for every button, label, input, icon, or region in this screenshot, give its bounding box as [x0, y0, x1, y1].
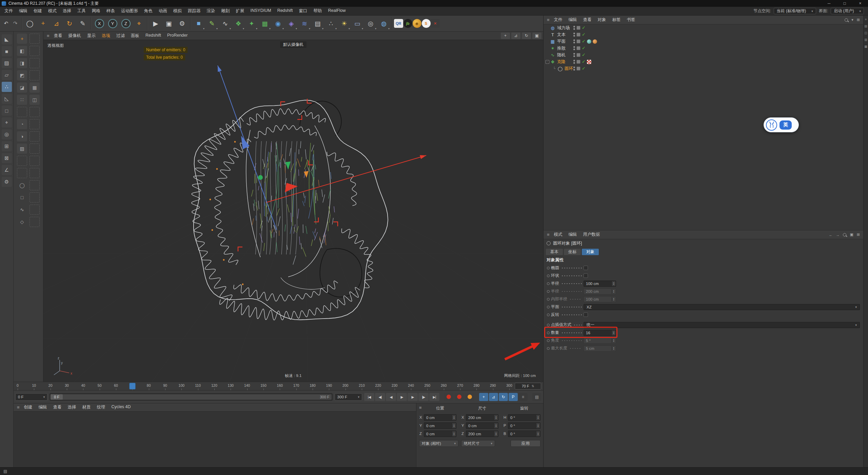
close-button[interactable]: ×: [852, 0, 868, 7]
menu-item-3[interactable]: 模式: [45, 8, 60, 14]
object-name[interactable]: 推散: [557, 45, 566, 51]
light-object[interactable]: ☀▾: [338, 17, 351, 30]
visibility-dots-icon[interactable]: [573, 53, 575, 57]
object-row[interactable]: T文本✓: [544, 31, 863, 38]
key-rotation-toggle[interactable]: ↻: [499, 393, 508, 401]
grid-array-object[interactable]: ▤▾: [311, 17, 324, 30]
layer-chip-icon[interactable]: [576, 53, 580, 57]
palette-slot[interactable]: [29, 192, 40, 203]
palette-slot[interactable]: ◯: [17, 180, 27, 190]
palette-slot[interactable]: ∿: [17, 205, 27, 215]
particles-object[interactable]: ∴▾: [324, 17, 337, 30]
object-name[interactable]: 克隆: [557, 59, 566, 65]
material-menu-5[interactable]: 纹理: [94, 404, 108, 410]
palette-slot[interactable]: [29, 205, 40, 215]
palette-slot[interactable]: [29, 70, 40, 80]
stepper-icon[interactable]: ▴▾: [536, 415, 540, 420]
layout-icon[interactable]: ⊞: [857, 232, 860, 237]
workplane-mode[interactable]: ▱: [2, 70, 12, 80]
sky-object[interactable]: ◍▾: [377, 17, 390, 30]
mograph-cloner[interactable]: ❖▾: [232, 17, 245, 30]
viewport-menu-3[interactable]: 选项: [99, 33, 113, 39]
object-row[interactable]: ▦平面✓: [544, 38, 863, 45]
object-manager-menu-3[interactable]: 对象: [595, 17, 609, 23]
menu-item-17[interactable]: Redshift: [274, 8, 296, 13]
play-button[interactable]: ▶: [397, 393, 407, 401]
palette-slot[interactable]: [29, 180, 40, 190]
menu-item-11[interactable]: 模拟: [170, 8, 185, 14]
viewport-menu-7[interactable]: ProRender: [164, 33, 191, 39]
last-tool[interactable]: ✎: [76, 17, 89, 30]
enabled-check-icon[interactable]: ✓: [582, 66, 586, 71]
viewport-canvas[interactable]: 透视视图 默认摄像机 Number of emitters: 0 Total l…: [43, 40, 543, 382]
timeline-range-slider[interactable]: 0 F 300 F: [50, 393, 332, 401]
prev-key-button[interactable]: ◀|: [375, 393, 385, 401]
menu-item-20[interactable]: RealFlow: [325, 8, 349, 13]
attribute-menu-2[interactable]: 用户数据: [580, 232, 603, 238]
current-frame-field[interactable]: 70 F⇅: [515, 383, 541, 390]
goto-start-button[interactable]: |◀: [364, 393, 374, 401]
menu-item-2[interactable]: 创建: [31, 8, 45, 14]
dropdown-select[interactable]: 统一▾: [584, 322, 860, 328]
visibility-dots-icon[interactable]: [573, 33, 575, 37]
menu-item-7[interactable]: 样条: [103, 8, 118, 14]
menu-item-5[interactable]: 工具: [74, 8, 89, 14]
next-frame-button[interactable]: ▶: [408, 393, 418, 401]
rotate-tool[interactable]: ↻: [63, 17, 76, 30]
stepper-icon[interactable]: ▴▾: [494, 415, 498, 420]
visibility-dots-icon[interactable]: [573, 39, 575, 43]
layout-tab-icon-1[interactable]: ▤: [864, 24, 867, 28]
material-menu-1[interactable]: 编辑: [36, 404, 50, 410]
keyframe-dot-icon[interactable]: [547, 267, 550, 269]
keyframe-dot-icon[interactable]: [547, 331, 550, 334]
enabled-check-icon[interactable]: ✓: [582, 53, 586, 57]
timeline-ruler[interactable]: 0102030405060708090100110120130140150160…: [14, 382, 543, 391]
palette-slot[interactable]: ◑: [17, 131, 27, 141]
simulate-object[interactable]: ≋▾: [298, 17, 311, 30]
palette-slot[interactable]: [29, 119, 40, 129]
layer-chip-icon[interactable]: [576, 26, 580, 30]
field-object[interactable]: ✦▾: [245, 17, 258, 30]
layer-chip-icon[interactable]: [576, 33, 580, 37]
render-view[interactable]: ▶: [149, 17, 162, 30]
palette-slot[interactable]: ◔: [17, 119, 27, 129]
stepper-icon[interactable]: ▴▾: [612, 330, 615, 335]
layout-tab-icon-3[interactable]: ▥: [864, 38, 867, 41]
palette-slot[interactable]: [29, 46, 40, 56]
workplane-lock[interactable]: ⊠: [2, 153, 12, 163]
pen-tool[interactable]: ✎▾: [205, 17, 218, 30]
minimize-button[interactable]: ─: [821, 0, 837, 7]
keyframe-dot-icon[interactable]: [547, 339, 550, 342]
next-key-button[interactable]: |▶: [418, 393, 429, 401]
history-back-icon[interactable]: ←: [829, 233, 832, 237]
menu-item-1[interactable]: 编辑: [16, 8, 31, 14]
dropdown-select[interactable]: XZ▾: [584, 304, 860, 310]
material-menu-4[interactable]: 材质: [79, 404, 94, 410]
model-mode[interactable]: ■: [2, 46, 12, 56]
object-name[interactable]: 随机: [557, 52, 566, 58]
search-icon[interactable]: [843, 233, 846, 236]
attribute-menu-0[interactable]: 模式: [551, 232, 566, 238]
ime-language-button[interactable]: 英: [780, 120, 792, 130]
ime-indicator[interactable]: 英: [764, 117, 799, 132]
layout-tab-icon-2[interactable]: ◫: [864, 31, 867, 35]
object-manager-menu-4[interactable]: 标签: [609, 17, 624, 23]
material-menu-0[interactable]: 创建: [21, 404, 36, 410]
palette-slot[interactable]: ◇: [17, 217, 27, 227]
palette-slot[interactable]: [29, 144, 40, 154]
object-row[interactable]: ∿随机✓: [544, 52, 863, 58]
checkbox[interactable]: [584, 273, 588, 278]
keyframe-dot-icon[interactable]: [547, 347, 550, 350]
enabled-check-icon[interactable]: ✓: [582, 46, 586, 50]
layout-tab-icon-0[interactable]: ≡: [865, 18, 867, 21]
coords-value-field[interactable]: 0 cm▴▾: [424, 431, 456, 437]
material-menu-icon[interactable]: ≡: [16, 405, 21, 410]
coords-value-field[interactable]: 0 °▴▾: [508, 422, 540, 429]
toggle-view-icon[interactable]: ▣: [532, 33, 541, 39]
key-scale-toggle[interactable]: ⊿: [489, 393, 498, 401]
stepper-icon[interactable]: ▴▾: [494, 431, 498, 436]
key-pla-toggle[interactable]: ≡: [518, 393, 528, 401]
coords-value-field[interactable]: 0 cm▴▾: [424, 414, 456, 421]
coords-value-field[interactable]: 200 cm▴▾: [466, 414, 498, 421]
texture-mode[interactable]: ▨: [2, 58, 12, 68]
